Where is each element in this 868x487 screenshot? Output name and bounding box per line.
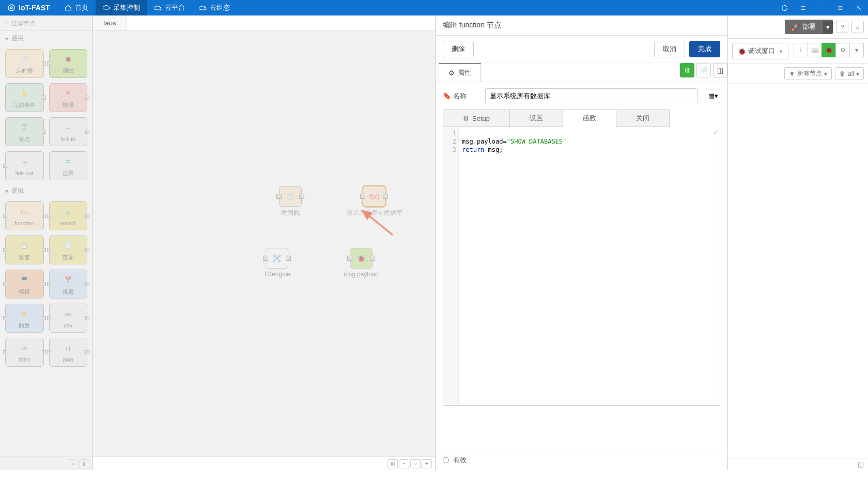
palette-toggle-button[interactable]: ▮: [79, 459, 89, 468]
home-icon: [65, 4, 72, 11]
trash-icon: 🗑: [840, 70, 846, 77]
name-input[interactable]: [485, 88, 698, 103]
code-tab-function[interactable]: 函数: [563, 109, 616, 127]
palette-node-debug[interactable]: 🐞调试: [49, 49, 88, 78]
workspace: taos ⏱️ 时间戳 f(x) 显示系统所有数据库 TDengine 🐞 ms…: [93, 15, 435, 470]
help-button[interactable]: ?: [836, 21, 848, 33]
palette-node-linkin[interactable]: ↩link in: [49, 117, 88, 146]
palette-collapse-button[interactable]: ◂: [68, 459, 78, 468]
icon-select-button[interactable]: ▦▾: [706, 89, 720, 103]
cloud-icon: [154, 4, 162, 11]
nav-cloud[interactable]: 云平台: [147, 0, 192, 15]
name-label: 🔖名称: [443, 91, 479, 101]
palette-node-range[interactable]: 📄范围: [49, 235, 88, 264]
palette-node-csv[interactable]: csvcsv: [49, 304, 88, 333]
delete-button[interactable]: 删除: [443, 41, 474, 57]
flow-tab-taos[interactable]: taos: [93, 15, 127, 30]
menu-button[interactable]: [794, 0, 812, 15]
palette-node-switch[interactable]: ⊟switch: [49, 201, 88, 230]
appearance-button[interactable]: ◫: [713, 63, 727, 77]
maximize-icon: [838, 5, 843, 11]
close-button[interactable]: [849, 0, 868, 15]
line-gutter: 123: [443, 127, 459, 405]
palette-panel: ▾通用 ⏱️定时器 🐞调试 👆完成事件 ✖错误 ⌛状态 ↩link in ↪li…: [0, 15, 93, 470]
menu-icon: [800, 5, 807, 11]
category-common[interactable]: ▾通用: [0, 31, 92, 46]
code-tab-settings[interactable]: 设置: [509, 109, 563, 127]
edit-footer: 有效: [436, 450, 727, 470]
palette-node-change[interactable]: 📋改变: [5, 235, 44, 264]
canvas[interactable]: ⏱️ 时间戳 f(x) 显示系统所有数据库 TDengine 🐞 msg.pay…: [93, 31, 435, 457]
window-controls: [775, 0, 868, 15]
palette-footer: ◂ ▮: [0, 457, 92, 470]
done-button[interactable]: 完成: [689, 41, 720, 57]
sidebar-right: 🚀 部署 ▾ ? ≡ 🐞调试窗口▾ i 📖 🐞 ⚙ ▾ ▼所有节点▾ 🗑al: [727, 15, 868, 470]
deploy-button[interactable]: 🚀 部署 ▾: [785, 20, 833, 34]
palette-node-json[interactable]: { }json: [49, 338, 88, 367]
flow-node-debug[interactable]: 🐞 msg.payload: [344, 248, 379, 278]
palette-node-html[interactable]: </>html: [5, 338, 44, 367]
sidebar-tab-more[interactable]: ▾: [849, 43, 864, 57]
maximize-button[interactable]: [831, 0, 849, 15]
flow-node-tdengine[interactable]: TDengine: [264, 248, 290, 278]
minimize-button[interactable]: [812, 0, 831, 15]
sidebar-tab-info[interactable]: i: [794, 43, 808, 57]
edit-panel: 编辑 function 节点 删除 取消 完成 ⚙属性 ⚙ 📄 ◫ 🔖名称 ▦▾…: [435, 15, 727, 470]
code-tab-setup[interactable]: ⚙Setup: [443, 109, 510, 127]
window-icon[interactable]: ◫: [858, 461, 864, 468]
sidebar-tab-help[interactable]: 📖: [808, 43, 822, 57]
palette-node-status[interactable]: ⌛状态: [5, 117, 44, 146]
tab-properties[interactable]: ⚙属性: [439, 63, 481, 82]
tag-icon: 🔖: [443, 92, 451, 100]
code-content[interactable]: msg.payload="SHOW DATABASES" return msg;: [459, 127, 720, 405]
palette-node-delay[interactable]: 📆延迟: [49, 270, 88, 299]
palette-node-timer[interactable]: ⏱️定时器: [5, 49, 44, 78]
svg-point-3: [5, 22, 6, 24]
filter-icon: ▼: [789, 70, 795, 77]
code-tab-close[interactable]: 关闭: [616, 109, 670, 127]
app-logo: IoT-FAST: [0, 4, 57, 12]
palette-node-template[interactable]: 🖥️模板: [5, 270, 44, 299]
search-icon: [4, 20, 8, 26]
filter-input[interactable]: [11, 20, 88, 27]
enabled-radio[interactable]: [443, 457, 449, 463]
cloud-config-icon: [199, 4, 207, 11]
nav-config[interactable]: 云组态: [192, 0, 237, 15]
hamburger-button[interactable]: ≡: [851, 21, 864, 33]
nav-collect[interactable]: 采集控制: [96, 0, 147, 15]
zoom-out-button[interactable]: −: [399, 459, 409, 468]
main-nav: 首页 采集控制 云平台 云组态: [57, 0, 237, 15]
svg-rect-2: [839, 6, 842, 9]
desc-button[interactable]: 📄: [696, 63, 711, 77]
filter-clear[interactable]: 🗑all▾: [835, 67, 864, 80]
zoom-reset-button[interactable]: ○: [410, 459, 421, 468]
nav-home[interactable]: 首页: [57, 0, 96, 15]
sidebar-tab-config[interactable]: ⚙: [835, 43, 850, 57]
minimize-icon: [819, 5, 825, 11]
sidebar-tab-debug-icon[interactable]: 🐞: [822, 43, 836, 57]
close-icon: [856, 5, 862, 11]
gear-icon: ⚙: [463, 115, 469, 122]
palette-node-function[interactable]: f(x)function: [5, 201, 44, 230]
palette-node-comment[interactable]: ⇄注释: [49, 151, 88, 180]
palette-node-trigger[interactable]: 👆触发: [5, 304, 44, 333]
code-editor[interactable]: 123 msg.payload="SHOW DATABASES" return …: [443, 127, 720, 406]
zoom-in-button[interactable]: +: [422, 459, 432, 468]
deploy-dropdown[interactable]: ▾: [823, 21, 833, 34]
app-title: IoT-FAST: [19, 4, 50, 12]
env-button[interactable]: ⚙: [680, 63, 694, 77]
flow-node-timer[interactable]: ⏱️ 时间戳: [279, 186, 302, 217]
palette-node-linkout[interactable]: ↪link out: [5, 151, 44, 180]
enabled-label: 有效: [453, 455, 467, 465]
expand-editor-button[interactable]: ⤢: [713, 129, 718, 136]
cancel-button[interactable]: 取消: [654, 41, 685, 57]
flow-node-function[interactable]: f(x) 显示系统所有数据库: [346, 186, 402, 217]
category-logic[interactable]: ▾逻辑: [0, 183, 92, 198]
palette-node-error[interactable]: ✖错误: [49, 83, 88, 112]
gear-icon: ⚙: [448, 69, 455, 77]
palette-node-complete[interactable]: 👆完成事件: [5, 83, 44, 112]
sidebar-tab-debug[interactable]: 🐞调试窗口▾: [732, 43, 788, 59]
canvas-nav-button[interactable]: ▤: [388, 459, 398, 468]
refresh-button[interactable]: [775, 0, 794, 15]
filter-all-nodes[interactable]: ▼所有节点▾: [784, 67, 832, 80]
